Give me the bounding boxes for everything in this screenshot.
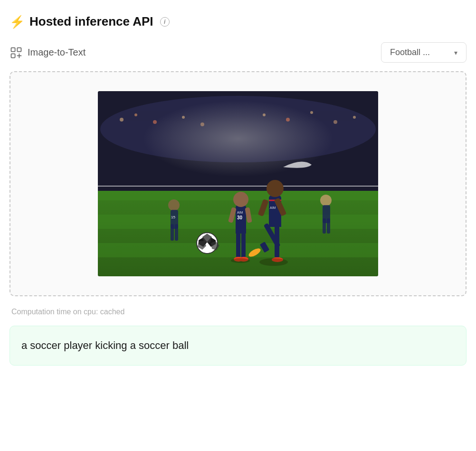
svg-text:AIM: AIM — [237, 211, 243, 214]
svg-point-30 — [267, 180, 284, 197]
svg-point-62 — [259, 258, 288, 266]
svg-rect-49 — [327, 218, 330, 234]
svg-point-53 — [134, 113, 137, 116]
svg-point-63 — [231, 258, 250, 263]
svg-point-60 — [333, 120, 337, 124]
result-text: a soccer player kicking a soccer ball — [21, 339, 455, 352]
svg-point-61 — [353, 116, 356, 119]
svg-point-59 — [310, 111, 313, 114]
svg-point-56 — [200, 122, 204, 126]
svg-point-54 — [153, 120, 157, 124]
task-selector: Image-to-Text — [10, 46, 86, 59]
result-box: a soccer player kicking a soccer ball — [10, 326, 466, 366]
svg-rect-0 — [11, 47, 15, 51]
svg-point-41 — [168, 199, 180, 211]
computation-time: Computation time on cpu: cached — [10, 308, 466, 316]
svg-point-52 — [120, 118, 124, 122]
svg-rect-19 — [236, 224, 246, 234]
svg-rect-2 — [11, 54, 15, 57]
svg-point-55 — [182, 116, 185, 119]
page-header: ⚡ Hosted inference API i — [10, 14, 466, 29]
svg-point-57 — [263, 113, 266, 116]
svg-rect-1 — [17, 47, 21, 51]
model-dropdown[interactable]: Football ... ▾ — [381, 42, 466, 63]
svg-text:15: 15 — [171, 215, 175, 219]
svg-text:30: 30 — [237, 215, 243, 220]
uploaded-image: 30 — [98, 91, 378, 276]
page-title: Hosted inference API — [29, 14, 153, 29]
dropdown-label: Football ... — [390, 47, 430, 57]
svg-point-10 — [143, 101, 333, 177]
info-icon[interactable]: i — [160, 17, 170, 27]
svg-rect-43 — [171, 224, 174, 241]
svg-text:AIM: AIM — [270, 206, 276, 209]
svg-rect-48 — [323, 218, 326, 234]
svg-rect-35 — [275, 248, 279, 257]
toolbar: Image-to-Text Football ... ▾ — [10, 42, 466, 63]
image-upload-zone[interactable]: 30 — [10, 71, 466, 296]
chevron-down-icon: ▾ — [454, 49, 457, 56]
svg-point-58 — [286, 118, 290, 122]
image-to-text-icon — [10, 46, 23, 59]
svg-rect-44 — [175, 224, 178, 241]
lightning-icon: ⚡ — [10, 16, 25, 28]
svg-point-46 — [320, 195, 332, 206]
task-label: Image-to-Text — [28, 47, 86, 58]
svg-point-18 — [233, 192, 248, 207]
